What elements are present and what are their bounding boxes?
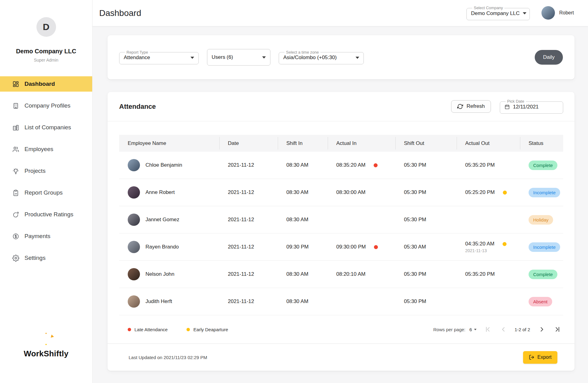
employee-avatar — [128, 214, 140, 226]
legend-label: Early Deaparture — [193, 327, 228, 332]
calendar-icon — [504, 104, 510, 110]
sidebar-item-projects[interactable]: Projects — [0, 163, 92, 179]
actual-out-cell: 05:35:20 PM — [457, 271, 520, 277]
topbar: Dashboard Select Company Demo Company LL… — [92, 0, 588, 26]
brand-block: WorkShiftly — [0, 330, 92, 358]
select-company-dropdown[interactable]: Select Company Demo Company LLC — [466, 6, 530, 20]
pagination: Rows per page: 6 1-2 of 2 — [433, 326, 561, 333]
sidebar-item-list-of-companies[interactable]: List of Companies — [0, 120, 92, 135]
status-badge: Complete — [529, 161, 557, 170]
col-shift-in: Shift In — [278, 135, 328, 152]
shift-in-cell: 08:30 AM — [278, 189, 328, 195]
legend-item: Early Deaparture — [187, 327, 228, 332]
shift-out-cell: 05:30 PM — [395, 189, 457, 195]
sidebar-item-payments[interactable]: Payments — [0, 229, 92, 244]
sidebar-item-company-profiles[interactable]: Company Profiles — [0, 98, 92, 113]
chevron-down-icon — [262, 56, 266, 59]
shift-out-cell: 05:30 PM — [395, 271, 457, 277]
shift-in-cell: 08:30 AM — [278, 298, 328, 305]
col-actual-out: Actual Out — [457, 135, 520, 152]
chevron-down-icon — [356, 57, 359, 59]
employee-avatar — [128, 268, 140, 280]
status-badge: Incomplete — [529, 188, 560, 197]
actual-out-cell: 05:35:20 PM — [457, 162, 520, 168]
first-page-button[interactable] — [484, 326, 492, 333]
table-row: Anne Robert 2021-11-12 08:30 AM 08:30:00… — [119, 179, 563, 206]
status-badge: Complete — [529, 270, 557, 279]
table-header-row: Employee Name Date Shift In Actual In Sh… — [119, 135, 563, 152]
filter-card: Report Type Attendance Users (6) Select … — [107, 35, 575, 79]
legend-label: Late Attendance — [134, 327, 168, 332]
employee-name: Judith Herft — [145, 298, 172, 305]
shift-out-cell: 05:30 AM — [395, 244, 457, 250]
employee-name: Rayen Brando — [145, 244, 179, 250]
report-type-value: Attendance — [124, 55, 150, 61]
status-badge: Holiday — [529, 215, 553, 225]
col-shift-out: Shift Out — [395, 135, 457, 152]
report-type-dropdown[interactable]: Report Type Attendance — [119, 50, 199, 64]
next-page-button[interactable] — [538, 326, 545, 333]
status-cell: Holiday — [520, 215, 563, 225]
sidebar-menu: Dashboard Company Profiles List of Compa… — [0, 76, 92, 266]
shift-out-cell: 05:30 PM — [395, 162, 457, 168]
legend-dot — [187, 328, 190, 331]
users-value: Users (6) — [212, 54, 233, 60]
previous-page-button[interactable] — [500, 326, 507, 333]
attendance-table: Employee Name Date Shift In Actual In Sh… — [107, 121, 575, 315]
actual-in-cell: 08:35:20 AM — [328, 162, 395, 168]
table-row: Rayen Brando 2021-11-12 09:30 PM 09:30:0… — [119, 233, 563, 261]
sidebar: D Demo Company LLC Super Admin Dashboard… — [0, 0, 92, 383]
employee-name: Nelson John — [145, 271, 175, 277]
last-page-button[interactable] — [553, 326, 561, 333]
sidebar-company-name: Demo Company LLC — [0, 48, 92, 55]
status-badge: Incomplete — [529, 242, 560, 252]
employee-avatar — [128, 241, 140, 253]
user-avatar[interactable] — [541, 6, 555, 20]
pick-date-field[interactable]: Pick Date 12/11/2021 — [500, 99, 563, 113]
building-icon — [12, 102, 19, 109]
employee-name: Anne Robert — [145, 189, 175, 195]
status-cell: Complete — [520, 270, 563, 279]
sidebar-item-productive-ratings[interactable]: Productive Ratings — [0, 207, 92, 222]
chevron-down-icon — [190, 57, 194, 59]
users-dropdown[interactable]: Users (6) — [207, 49, 270, 66]
col-actual-in: Actual In — [328, 135, 395, 152]
chevron-right-icon — [538, 326, 545, 333]
user-name: Robert — [559, 10, 574, 16]
legend-item: Late Attendance — [128, 327, 168, 332]
table-row: Jannet Gomez 2021-11-12 08:30 AM 05:30 P… — [119, 206, 563, 233]
export-button[interactable]: Export — [523, 351, 557, 364]
sidebar-item-employees[interactable]: Employees — [0, 142, 92, 157]
timezone-dropdown[interactable]: Select a time zone Asia/Colombo (+05:30) — [279, 50, 364, 64]
actual-in-cell: 08:20:10 AM — [328, 271, 395, 277]
shift-in-cell: 09:30 PM — [278, 244, 328, 250]
refresh-button[interactable]: Refresh — [451, 100, 491, 113]
status-cell: Incomplete — [520, 242, 563, 252]
select-company-value: Demo Company LLC — [471, 10, 520, 17]
content: Report Type Attendance Users (6) Select … — [92, 26, 588, 383]
date-cell: 2021-11-12 — [219, 162, 278, 168]
daily-button[interactable]: Daily — [535, 50, 563, 65]
report-type-label: Report Type — [125, 50, 150, 55]
legend-and-pagination: Late Attendance Early Deaparture Rows pe… — [107, 315, 575, 343]
legend-dot — [128, 328, 131, 331]
sidebar-item-settings[interactable]: Settings — [0, 250, 92, 266]
attendance-card: Attendance Refresh Pick Date 12/11/2021 — [107, 92, 575, 371]
sidebar-item-label: Settings — [24, 255, 46, 261]
attendance-title: Attendance — [119, 103, 156, 111]
app-root: D Demo Company LLC Super Admin Dashboard… — [0, 0, 588, 383]
sidebar-item-label: Payments — [24, 233, 50, 240]
rows-per-page-select[interactable]: 6 — [469, 327, 477, 332]
chevron-left-icon — [500, 326, 507, 333]
workshiftly-clock-icon — [38, 330, 55, 347]
buildings-icon — [12, 124, 19, 131]
gear-icon — [12, 255, 19, 262]
table-row: Chloe Benjamin 2021-11-12 08:30 AM 08:35… — [119, 152, 563, 179]
chevron-down-icon — [474, 329, 477, 330]
sidebar-item-label: List of Companies — [24, 124, 71, 131]
sidebar-item-label: Company Profiles — [24, 102, 70, 109]
sidebar-item-dashboard[interactable]: Dashboard — [0, 76, 92, 92]
shift-in-cell: 08:30 AM — [278, 162, 328, 168]
sidebar-item-report-groups[interactable]: Report Groups — [0, 185, 92, 200]
employee-avatar — [128, 159, 140, 171]
